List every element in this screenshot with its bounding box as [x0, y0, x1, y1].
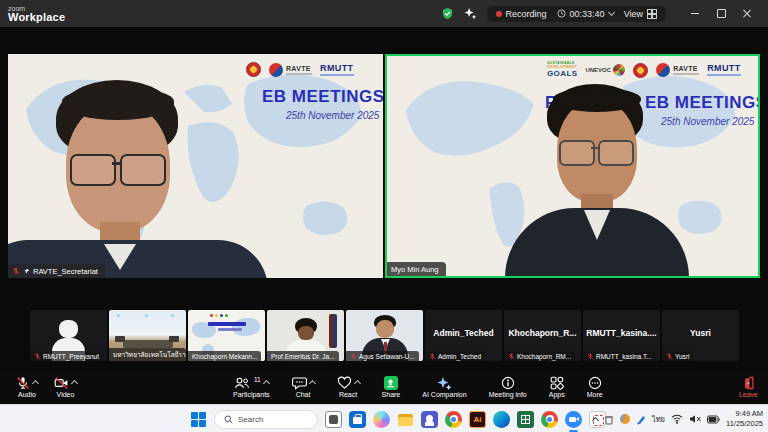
react-button[interactable]: React [337, 375, 360, 398]
excel-icon[interactable] [517, 411, 534, 428]
copilot-icon[interactable] [373, 411, 390, 428]
thumbnail-prof-emeritus[interactable]: Prof.Emeritus Dr. Ja... [267, 310, 344, 361]
video-tile-ravte-secretariat[interactable]: RAVTE RMUTT EB MEETINGS 25th November 20… [8, 54, 383, 278]
leave-door-icon [741, 376, 755, 390]
partner-logos: RAVTE RMUTT [246, 62, 354, 77]
unevoc-logo: UNEVOC [585, 64, 625, 76]
hair-fringe [62, 88, 174, 120]
unevoc-logo-text: UNEVOC [585, 67, 611, 73]
search-input[interactable]: Search [214, 410, 318, 429]
participant-name: RAVTE_Secretariat [33, 267, 98, 276]
chevron-down-icon[interactable] [608, 9, 615, 16]
system-clock[interactable]: 9:49 AM 11/25/2025 [726, 409, 763, 429]
recording-indicator: Recording [496, 9, 547, 19]
chevron-up-icon[interactable] [309, 380, 316, 387]
filmstrip: RMUTT_Preeyanut มหาวิทยาลัยเทคโนโลยีรา..… [30, 310, 739, 361]
onedrive-sync-icon[interactable] [620, 414, 630, 424]
task-view-icon[interactable] [325, 411, 342, 428]
meeting-banner-title: EB MEETINGS [262, 87, 383, 107]
video-button[interactable]: Video [54, 375, 77, 398]
microsoft-store-icon[interactable] [349, 411, 366, 428]
thumbnail-khochaporn-mekann[interactable]: Khochaporn Mekann... [188, 310, 265, 361]
pen-input-icon[interactable] [636, 414, 646, 425]
grid-view-icon [647, 9, 657, 19]
start-button[interactable] [190, 411, 207, 428]
glasses [559, 140, 595, 166]
meeting-info-button[interactable]: Meeting info [489, 375, 527, 398]
edge-icon[interactable] [493, 411, 510, 428]
more-button[interactable]: More [587, 375, 603, 398]
partner-logos: SUSTAINABLE DEVELOPMENT GOALS UNEVOC RAV… [547, 62, 741, 79]
tray-bin-icon[interactable] [604, 414, 614, 425]
mini-banner-text [208, 322, 246, 326]
maximize-icon [717, 9, 726, 18]
thumbnail-khochaporn-rmutt[interactable]: Khochaporn_R... Khochaporn_RM... [504, 310, 581, 361]
muted-mic-icon [666, 353, 673, 360]
hidden-icons-chevron[interactable] [592, 416, 599, 423]
participant-name: Myo Min Aung [391, 265, 439, 274]
muted-mic-icon [34, 353, 41, 360]
leave-button[interactable]: Leave [739, 375, 758, 398]
close-button[interactable] [734, 4, 760, 24]
thumbnail-rmutt-kasina[interactable]: RMUTT_kasina.... RMUTT_kasina.T... [583, 310, 660, 361]
chrome-icon[interactable] [445, 411, 462, 428]
chevron-up-icon[interactable] [71, 380, 78, 387]
chat-button[interactable]: Chat [292, 375, 315, 398]
maximize-button[interactable] [708, 4, 734, 24]
sdg-logo: SUSTAINABLE DEVELOPMENT GOALS [547, 62, 577, 79]
clock-time: 9:49 AM [726, 409, 763, 419]
glasses [70, 154, 116, 186]
chrome-icon[interactable] [541, 411, 558, 428]
thumbnail-rmutt-preeyanut[interactable]: RMUTT_Preeyanut [30, 310, 107, 361]
chevron-up-icon[interactable] [32, 380, 39, 387]
thumbnail-yusri[interactable]: Yusri Yusri [662, 310, 739, 361]
security-shield-icon[interactable] [441, 7, 454, 20]
ai-sparkle-icon[interactable] [464, 7, 477, 20]
chevron-up-icon[interactable] [263, 380, 270, 387]
search-icon [224, 415, 233, 424]
muted-speaker-icon[interactable] [689, 414, 701, 424]
rmutt-logo: RMUTT [707, 64, 741, 76]
thumbnail-label: มหาวิทยาลัยเทคโนโลยีรา... [109, 348, 186, 361]
illustrator-icon[interactable]: Ai [469, 411, 486, 428]
wifi-icon[interactable] [671, 414, 683, 424]
view-button[interactable]: View [624, 9, 657, 19]
active-app-indicator [569, 430, 578, 432]
face [376, 320, 394, 338]
thumbnail-label: Yusri [662, 351, 693, 361]
glasses [120, 154, 166, 186]
conference-table [123, 340, 173, 348]
thumbnail-agus-setiawan[interactable]: Agus Setiawan-U... [346, 310, 423, 361]
participants-count-badge: 11 [254, 376, 261, 383]
share-button[interactable]: Share [382, 375, 401, 398]
clock-date: 11/25/2025 [726, 419, 763, 429]
meeting-banner-date: 25th November 2025 [286, 110, 379, 121]
file-explorer-icon[interactable] [397, 411, 414, 428]
audio-button[interactable]: Audio [16, 375, 38, 398]
heart-icon [337, 376, 352, 390]
thumbnail-label: Khochaporn Mekann... [188, 351, 261, 361]
video-tile-myo-min-aung[interactable]: SUSTAINABLE DEVELOPMENT GOALS UNEVOC RAV… [385, 54, 760, 278]
chevron-up-icon[interactable] [354, 380, 361, 387]
flag [329, 314, 337, 348]
name-tag: Myo Min Aung [387, 262, 446, 276]
titlebar: zoom Workplace Recording [0, 0, 768, 27]
name-tag: RAVTE_Secretariat [8, 264, 105, 278]
rmutt-logo-text: RMUTT [320, 64, 354, 73]
language-indicator[interactable]: ไทย [652, 413, 665, 425]
thumbnail-meeting-room[interactable]: มหาวิทยาลัยเทคโนโลยีรา... [109, 310, 186, 361]
ravte-logo-icon [269, 63, 283, 77]
teams-icon[interactable] [421, 411, 438, 428]
meeting-timer[interactable]: 00:33:40 [557, 9, 614, 19]
apps-button[interactable]: Apps [549, 375, 565, 398]
info-icon [501, 376, 515, 390]
battery-icon[interactable] [707, 415, 720, 424]
thumbnail-admin-teched[interactable]: Admin_Teched Admin_Teched [425, 310, 502, 361]
search-placeholder: Search [238, 415, 263, 424]
ai-companion-button[interactable]: AI Companion [422, 375, 466, 398]
participants-button[interactable]: 11 Participants [233, 375, 270, 398]
thumbnail-label: Admin_Teched [425, 351, 485, 361]
zoom-app-icon[interactable] [565, 411, 582, 428]
asean-logo-icon [246, 62, 261, 77]
minimize-button[interactable] [682, 4, 708, 24]
